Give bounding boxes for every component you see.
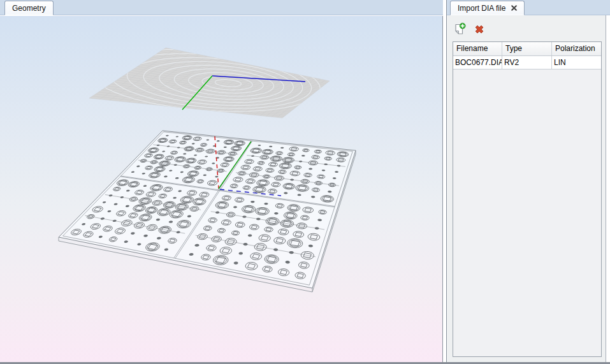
- tab-geometry[interactable]: Geometry: [4, 1, 54, 15]
- tab-import-dia-file-label: Import DIA file: [458, 4, 505, 13]
- add-file-icon: [453, 22, 467, 36]
- column-header-polarization[interactable]: Polarization: [552, 42, 601, 55]
- array-panel: [59, 131, 356, 292]
- tab-geometry-label: Geometry: [12, 4, 46, 13]
- tab-import-dia-file[interactable]: Import DIA file: [450, 1, 525, 15]
- column-header-filename[interactable]: Filename: [453, 42, 502, 55]
- table-row[interactable]: BOC0677.DIA RV2 LIN: [453, 56, 601, 69]
- cell-polarization[interactable]: LIN: [552, 56, 601, 69]
- close-icon: [511, 5, 517, 11]
- add-dia-file-button[interactable]: [452, 22, 467, 37]
- 3d-viewport[interactable]: [0, 16, 443, 362]
- scene-svg[interactable]: [0, 16, 442, 362]
- import-dia-pane: Import DIA file: [446, 0, 610, 364]
- dia-file-table: Filename Type Polarization BOC0677.DIA R…: [453, 41, 602, 357]
- reference-plane: [89, 48, 330, 118]
- dia-toolbar: [452, 22, 486, 37]
- cell-filename[interactable]: BOC0677.DIA: [453, 56, 502, 69]
- cell-type[interactable]: RV2: [502, 56, 552, 69]
- delete-icon: [473, 23, 486, 36]
- geometry-tabbar: Geometry: [0, 0, 443, 15]
- remove-dia-file-button[interactable]: [472, 22, 486, 36]
- table-header: Filename Type Polarization: [453, 42, 601, 56]
- geometry-pane: Geometry: [0, 0, 446, 364]
- column-header-type[interactable]: Type: [502, 42, 552, 55]
- application-window: Geometry Import DIA file: [0, 0, 610, 364]
- close-tab-button[interactable]: [511, 5, 517, 11]
- import-dia-content: Filename Type Polarization BOC0677.DIA R…: [447, 15, 606, 362]
- import-dia-tabbar: Import DIA file: [447, 0, 610, 15]
